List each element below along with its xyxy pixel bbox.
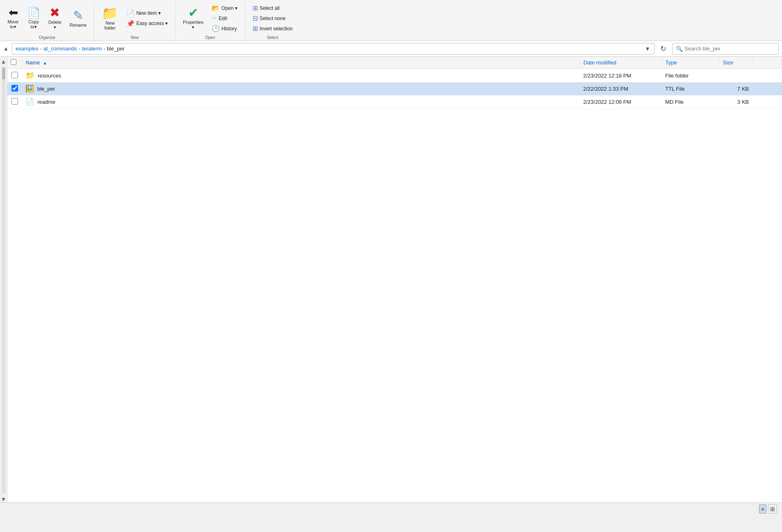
select-none-button[interactable]: ⊟ Select none <box>250 14 295 23</box>
row-type: File folder <box>662 69 719 82</box>
new-item-button[interactable]: 📄 New item ▾ <box>124 9 170 18</box>
search-box: 🔍 <box>672 43 779 55</box>
select-all-label: Select all <box>260 5 280 11</box>
delete-label: Delete▾ <box>48 20 62 30</box>
ribbon-group-select: ⊞ Select all ⊟ Select none ⊞ Invert sele… <box>245 2 300 41</box>
history-button[interactable]: 🕑 History <box>209 24 240 33</box>
breadcrumb-sep-3: › <box>103 46 105 52</box>
breadcrumb-sep-1: › <box>40 46 42 52</box>
md-icon: 📄 <box>25 98 34 106</box>
col-header-extra <box>752 57 782 69</box>
new-folder-icon: 📁 <box>102 7 118 20</box>
row-checkbox[interactable] <box>11 98 18 105</box>
refresh-button[interactable]: ↻ <box>658 43 669 54</box>
row-type: MD File <box>662 96 719 109</box>
history-label: History <box>221 26 237 32</box>
ribbon: ⬅ Moveto▾ 📄 📄 Copyto▾ ✖ Delete▾ ✎ Rename… <box>0 0 782 41</box>
open-col: 📂 Open ▾ ✏ Edit 🕑 History <box>209 3 240 39</box>
row-extra <box>752 96 782 109</box>
main-area: ▲ ▼ Name ▲ Date modified Type Size <box>0 57 782 502</box>
table-row[interactable]: 🖼️ble_per2/22/2022 1:33 PMTTL File7 KB <box>7 82 782 96</box>
new-item-label: New item ▾ <box>136 10 160 16</box>
search-input[interactable] <box>684 46 775 52</box>
new-folder-label: Newfolder <box>105 21 116 30</box>
easy-access-icon: 📌 <box>126 20 135 27</box>
row-size: 3 KB <box>719 96 752 109</box>
new-folder-button[interactable]: 📁 Newfolder <box>99 6 121 37</box>
select-none-icon: ⊟ <box>253 14 258 22</box>
move-to-label: Moveto▾ <box>8 19 19 30</box>
open-label: Open <box>176 35 245 40</box>
col-header-date[interactable]: Date modified <box>580 57 662 69</box>
col-header-check[interactable] <box>7 57 22 69</box>
view-details-icon: ≡ <box>761 506 764 512</box>
properties-icon: ✔ <box>188 7 198 19</box>
select-col: ⊞ Select all ⊟ Select none ⊞ Invert sele… <box>250 3 295 39</box>
properties-label: Properties▾ <box>183 20 203 30</box>
rename-button[interactable]: ✎ Rename <box>67 9 89 34</box>
row-type: TTL File <box>662 82 719 96</box>
row-name-cell: 🖼️ble_per <box>22 82 580 95</box>
edit-label: Edit <box>219 16 227 21</box>
sort-arrow-name: ▲ <box>43 61 47 65</box>
edit-button[interactable]: ✏ Edit <box>209 14 240 23</box>
row-extra <box>752 69 782 82</box>
row-check-cell <box>7 82 22 96</box>
row-size <box>719 69 752 82</box>
view-large-icons-button[interactable]: ⊞ <box>768 505 777 514</box>
row-name: readme <box>37 99 55 105</box>
breadcrumb-expand-button[interactable]: ▾ <box>644 45 651 53</box>
ttl-icon: 🖼️ <box>25 84 34 93</box>
row-checkbox[interactable] <box>11 72 18 78</box>
side-up-button[interactable]: ▲ <box>1 58 7 65</box>
select-all-checkbox[interactable] <box>11 59 16 65</box>
history-icon: 🕑 <box>212 25 220 32</box>
address-bar: ▲ examples › at_commands › teraterm › bl… <box>0 41 782 57</box>
copy-to-label: Copyto▾ <box>28 19 39 30</box>
table-row[interactable]: 📁resources2/23/2022 12:18 PMFile folder <box>7 69 782 82</box>
properties-button[interactable]: ✔ Properties▾ <box>180 6 206 37</box>
col-header-type[interactable]: Type <box>662 57 719 69</box>
breadcrumb-examples[interactable]: examples <box>16 46 39 52</box>
row-name: ble_per <box>37 86 55 92</box>
bottom-bar: ≡ ⊞ <box>0 502 782 515</box>
copy-to-button[interactable]: 📄 📄 Copyto▾ <box>25 6 43 36</box>
search-icon: 🔍 <box>676 46 683 52</box>
table-row[interactable]: 📄readme2/23/2022 12:06 PMMD File3 KB <box>7 96 782 109</box>
row-check-cell <box>7 96 22 109</box>
invert-selection-icon: ⊞ <box>253 25 258 32</box>
ribbon-group-new: 📁 Newfolder 📄 New item ▾ 📌 Easy access ▾… <box>94 2 176 41</box>
file-table: Name ▲ Date modified Type Size 📁resource… <box>7 57 782 109</box>
new-label: New <box>94 35 175 40</box>
open-button[interactable]: 📂 Open ▾ <box>209 3 240 13</box>
move-to-button[interactable]: ⬅ Moveto▾ <box>5 6 21 36</box>
view-large-icons-icon: ⊞ <box>770 506 775 512</box>
easy-access-button[interactable]: 📌 Easy access ▾ <box>124 19 170 28</box>
organize-label: Organize <box>0 35 94 40</box>
delete-button[interactable]: ✖ Delete▾ <box>46 6 64 37</box>
side-down-button[interactable]: ▼ <box>1 496 7 502</box>
breadcrumb: examples › at_commands › teraterm › ble_… <box>12 43 654 55</box>
select-all-button[interactable]: ⊞ Select all <box>250 3 295 13</box>
row-name-cell: 📄readme <box>22 96 580 108</box>
select-label: Select <box>245 35 300 40</box>
select-none-label: Select none <box>260 16 285 21</box>
rename-label: Rename <box>70 23 87 27</box>
view-details-button[interactable]: ≡ <box>759 505 766 514</box>
row-name-cell: 📁resources <box>22 69 580 82</box>
ribbon-group-open: ✔ Properties▾ 📂 Open ▾ ✏ Edit 🕑 History … <box>176 2 245 41</box>
nav-up-button[interactable]: ▲ <box>3 46 9 52</box>
col-header-size[interactable]: Size <box>719 57 752 69</box>
row-extra <box>752 82 782 96</box>
col-header-name[interactable]: Name ▲ <box>22 57 580 69</box>
rename-icon: ✎ <box>73 9 83 22</box>
row-date: 2/22/2022 1:33 PM <box>580 82 662 96</box>
folder-icon: 📁 <box>25 71 34 80</box>
breadcrumb-at-commands[interactable]: at_commands <box>43 46 77 52</box>
open-icon: 📂 <box>212 4 220 12</box>
invert-selection-label: Invert selection <box>260 26 293 32</box>
row-name: resources <box>38 73 61 79</box>
invert-selection-button[interactable]: ⊞ Invert selection <box>250 24 295 33</box>
row-checkbox[interactable] <box>11 85 18 91</box>
breadcrumb-teraterm[interactable]: teraterm <box>82 46 102 52</box>
